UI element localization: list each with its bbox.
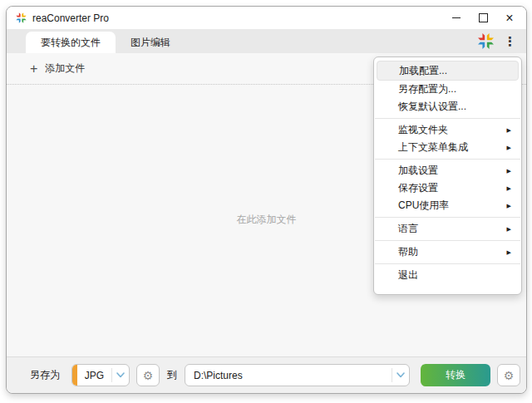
menu-item-label: 恢复默认设置... bbox=[398, 100, 511, 114]
tab-bar: 要转换的文件 图片编辑 ⋮ bbox=[7, 29, 526, 53]
convert-button[interactable]: 转换 bbox=[421, 364, 490, 386]
menu-item-label: 语言 bbox=[398, 222, 502, 236]
menu-item-label: CPU使用率 bbox=[398, 199, 502, 213]
menu-item-exit[interactable]: 退出 bbox=[374, 267, 521, 284]
submenu-arrow-icon: ▶ bbox=[507, 127, 511, 134]
menu-item-cpu-usage[interactable]: CPU使用率 ▶ bbox=[374, 197, 521, 214]
settings-dropdown-menu: 加载配置... 另存配置为... 恢复默认设置... 监视文件夹 ▶ 上下文菜单… bbox=[373, 57, 522, 295]
app-logo-icon bbox=[15, 12, 27, 24]
output-format-value: JPG bbox=[77, 370, 111, 381]
convert-button-label: 转换 bbox=[446, 368, 466, 382]
menu-separator bbox=[375, 263, 520, 264]
minimize-button[interactable] bbox=[443, 7, 470, 28]
menu-separator bbox=[375, 118, 520, 119]
submenu-arrow-icon: ▶ bbox=[507, 145, 511, 151]
destination-path-value: D:\Pictures bbox=[185, 370, 392, 381]
menu-item-context-menu-integration[interactable]: 上下文菜单集成 ▶ bbox=[374, 139, 521, 156]
menu-item-label: 退出 bbox=[398, 268, 511, 283]
menu-item-save-settings[interactable]: 保存设置 ▶ bbox=[374, 179, 521, 197]
submenu-arrow-icon: ▶ bbox=[507, 249, 511, 256]
menu-item-label: 加载配置... bbox=[399, 64, 508, 78]
menu-separator bbox=[375, 159, 520, 160]
titlebar: reaConverter Pro × bbox=[7, 7, 526, 29]
tabbar-right: ⋮ bbox=[476, 32, 526, 51]
to-label: 到 bbox=[167, 368, 177, 382]
submenu-arrow-icon: ▶ bbox=[507, 185, 511, 192]
app-window: reaConverter Pro × 要转换的文件 图片编辑 ⋮ + 添加文件 bbox=[6, 6, 527, 394]
minimize-icon bbox=[452, 17, 461, 18]
submenu-arrow-icon: ▶ bbox=[507, 203, 511, 209]
maximize-button[interactable] bbox=[470, 7, 496, 28]
conversion-bar: 另存为 JPG ⚙ 到 D:\Pictures 转换 ⚙ bbox=[7, 356, 526, 393]
menu-item-label: 上下文菜单集成 bbox=[398, 140, 502, 155]
gear-icon: ⚙ bbox=[143, 369, 154, 382]
tab-label: 要转换的文件 bbox=[41, 37, 101, 48]
submenu-arrow-icon: ▶ bbox=[507, 226, 511, 233]
overflow-menu-button[interactable]: ⋮ bbox=[501, 35, 519, 47]
tab-image-editing[interactable]: 图片编辑 bbox=[116, 32, 185, 53]
menu-item-label: 保存设置 bbox=[398, 181, 502, 195]
add-files-label: 添加文件 bbox=[45, 61, 85, 76]
chevron-down-icon bbox=[112, 372, 129, 378]
menu-separator bbox=[375, 217, 520, 218]
format-settings-button[interactable]: ⚙ bbox=[136, 364, 160, 386]
reaconverter-logo-icon bbox=[476, 32, 495, 51]
menu-item-label: 另存配置为... bbox=[398, 82, 511, 96]
menu-separator bbox=[375, 240, 520, 241]
close-button[interactable]: × bbox=[496, 7, 523, 28]
menu-item-label: 帮助 bbox=[398, 245, 502, 259]
window-title: reaConverter Pro bbox=[32, 12, 109, 24]
menu-item-help[interactable]: 帮助 ▶ bbox=[374, 243, 521, 261]
submenu-arrow-icon: ▶ bbox=[507, 168, 511, 174]
menu-item-restore-default-settings[interactable]: 恢复默认设置... bbox=[374, 98, 521, 115]
close-icon: × bbox=[505, 12, 513, 25]
destination-folder-select[interactable]: D:\Pictures bbox=[185, 364, 410, 386]
gear-icon: ⚙ bbox=[504, 369, 515, 382]
conversion-settings-button[interactable]: ⚙ bbox=[497, 364, 520, 386]
menu-item-load-configuration[interactable]: 加载配置... bbox=[377, 61, 519, 81]
output-format-select[interactable]: JPG bbox=[71, 364, 130, 386]
menu-item-language[interactable]: 语言 ▶ bbox=[374, 220, 521, 238]
maximize-icon bbox=[479, 13, 488, 22]
menu-item-label: 加载设置 bbox=[398, 164, 502, 178]
plus-icon: + bbox=[30, 63, 37, 75]
menu-item-load-settings[interactable]: 加载设置 ▶ bbox=[374, 162, 521, 179]
tab-files-to-convert[interactable]: 要转换的文件 bbox=[26, 32, 116, 53]
menu-item-watch-folders[interactable]: 监视文件夹 ▶ bbox=[374, 121, 521, 139]
save-as-label: 另存为 bbox=[30, 368, 60, 382]
menu-item-label: 监视文件夹 bbox=[398, 123, 502, 137]
tab-label: 图片编辑 bbox=[131, 37, 170, 48]
menu-item-save-configuration-as[interactable]: 另存配置为... bbox=[374, 81, 521, 98]
chevron-down-icon bbox=[392, 372, 409, 378]
